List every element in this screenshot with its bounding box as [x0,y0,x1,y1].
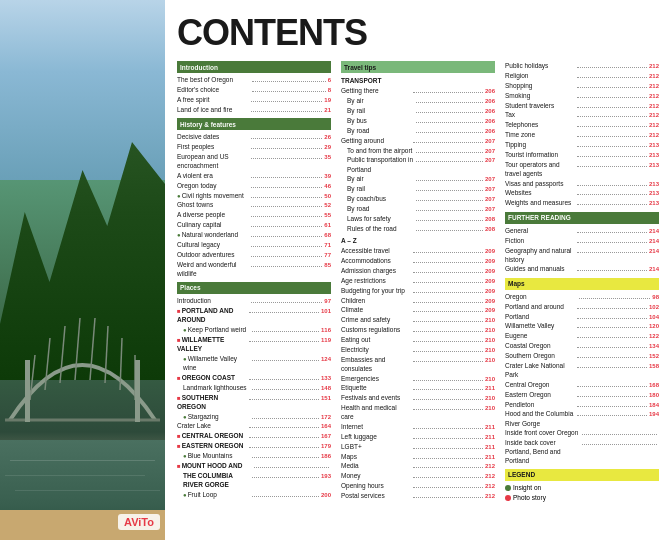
toc-item: General214 [505,226,659,235]
toc-item: Age restrictions209 [341,276,495,285]
image-panel: AViTo [0,0,165,540]
toc-item: THE COLUMBIA RIVER GORGE193 [177,471,331,489]
toc-item: Shopping212 [505,81,659,90]
toc-item: Religion212 [505,71,659,80]
toc-item: Accommodations209 [341,256,495,265]
transport-label: TRANSPORT [341,76,495,85]
toc-item: Accessible travel209 [341,246,495,255]
toc-item: Central Oregon168 [505,380,659,389]
svg-rect-10 [135,360,140,422]
toc-item: ●Stargazing172 [177,412,331,421]
contents-panel: CONTENTS Introduction The best of Oregon… [165,0,671,540]
toc-item: Willamette Valley120 [505,321,659,330]
travel-tips-header: Travel tips [341,61,495,73]
toc-item: Tax212 [505,110,659,119]
toc-item: Admission charges209 [341,266,495,275]
toc-item: Geography and natural history214 [505,246,659,264]
toc-item: To and from the airport207 [341,146,495,155]
toc-item: Crater Lake National Park158 [505,361,659,379]
toc-item: ●Fruit Loop200 [177,490,331,499]
toc-item: Editor's choice 8 [177,85,331,94]
toc-item: Public transportation in Portland207 [341,155,495,173]
legend-insight-label: Insight on [513,483,541,492]
toc-item: By rail206 [341,106,495,115]
toc-item: Weights and measures213 [505,198,659,207]
svg-rect-9 [25,360,30,422]
toc-item: ■EASTERN OREGON179 [177,441,331,450]
further-reading-header: FURTHER READING [505,212,659,224]
toc-item: Inside front cover Oregon [505,428,659,437]
toc-item: European and US encroachment35 [177,152,331,170]
toc-item: Introduction97 [177,296,331,305]
toc-item: A violent era39 [177,171,331,180]
toc-item: Tourist information213 [505,150,659,159]
photo-dot [505,495,511,501]
toc-item: LGBT+211 [341,442,495,451]
toc-item: Customs regulations210 [341,325,495,334]
insight-dot [505,485,511,491]
toc-item: By road206 [341,126,495,135]
toc-item: Crater Lake164 [177,421,331,430]
toc-item: Budgeting for your trip209 [341,286,495,295]
places-header: Places [177,282,331,294]
toc-item: By rail207 [341,184,495,193]
svg-line-5 [105,326,108,383]
toc-item: A diverse people55 [177,210,331,219]
toc-item: Left luggage211 [341,432,495,441]
toc-item: Children209 [341,296,495,305]
svg-line-3 [75,318,80,380]
toc-item: ●Keep Portland weird116 [177,325,331,334]
toc-item: Electricity210 [341,345,495,354]
toc-item: A free spirit 19 [177,95,331,104]
toc-item: Land of ice and fire 21 [177,105,331,114]
toc-item: Oregon today46 [177,181,331,190]
toc-item: ●Willamette Valley wine124 [177,354,331,372]
toc-item: Climate209 [341,305,495,314]
toc-item: Fiction214 [505,236,659,245]
toc-item: Postal services212 [341,491,495,500]
toc-item: Etiquette211 [341,383,495,392]
toc-item: Guides and manuals214 [505,264,659,273]
toc-item: Tour operators and travel agents213 [505,160,659,178]
toc-item: Decisive dates26 [177,132,331,141]
toc-item: Cultural legacy71 [177,240,331,249]
toc-item: Portland and around102 [505,302,659,311]
columns-wrapper: Introduction The best of Oregon 6 Editor… [177,61,659,530]
toc-item: ●Natural wonderland68 [177,230,331,239]
toc-item: By air207 [341,174,495,183]
toc-item: Culinary capital61 [177,220,331,229]
toc-item: Telephones212 [505,120,659,129]
toc-item: ■OREGON COAST133 [177,373,331,382]
toc-item: ■SOUTHERN OREGON151 [177,393,331,411]
toc-item: Laws for safety208 [341,214,495,223]
toc-item: Media212 [341,461,495,470]
toc-item: Oregon98 [505,292,659,301]
toc-item: Opening hours212 [341,481,495,490]
legend-photo-label: Photo story [513,493,546,502]
toc-item: ●Blue Mountains186 [177,451,331,460]
toc-item: Internet211 [341,422,495,431]
column-3: Public holidays212 Religion212 Shopping2… [505,61,659,530]
toc-item: Money212 [341,471,495,480]
toc-item: Festivals and events210 [341,393,495,402]
toc-item: Getting there206 [341,86,495,95]
page-title: CONTENTS [177,15,659,51]
maps-header: Maps [505,278,659,290]
avito-watermark: AViTo [118,514,160,530]
toc-item: Tipping213 [505,140,659,149]
toc-item: ●Civil rights movement50 [177,191,331,200]
toc-item: Eating out210 [341,335,495,344]
toc-item: By bus206 [341,116,495,125]
toc-item: Ghost towns52 [177,200,331,209]
toc-item: Smoking212 [505,91,659,100]
svg-line-1 [45,338,50,390]
toc-item: ■WILLAMETTE VALLEY119 [177,335,331,353]
toc-item: Landmark lighthouses148 [177,383,331,392]
legend-header: LEGEND [505,469,659,481]
svg-line-4 [90,318,95,380]
toc-item: Public holidays212 [505,61,659,70]
toc-item: ■PORTLAND AND AROUND101 [177,306,331,324]
toc-item: Pendleton184 [505,400,659,409]
toc-item: Southern Oregon152 [505,351,659,360]
toc-item: Getting around207 [341,136,495,145]
